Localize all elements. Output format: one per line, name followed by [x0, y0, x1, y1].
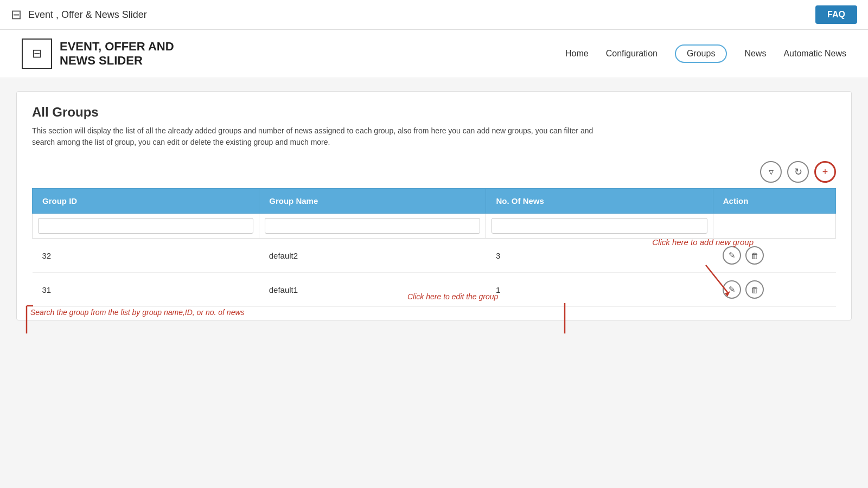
delete-button-row2[interactable]: 🗑 [745, 280, 764, 299]
groups-table: Group ID Group Name No. Of News Action [32, 188, 836, 307]
cell-action: ✎ 🗑 [713, 239, 835, 273]
annotation-search-text: Search the group from the list by group … [30, 308, 245, 317]
nav-groups[interactable]: Groups [675, 44, 727, 63]
toolbar: ▿ ↻ + [32, 161, 836, 183]
edit-icon: ✎ [729, 285, 736, 294]
filter-icon: ▿ [769, 166, 774, 178]
logo-text: EVENT, OFFER AND NEWS SLIDER [60, 40, 174, 68]
cell-group-name: default1 [259, 273, 486, 307]
filter-button[interactable]: ▿ [760, 161, 782, 183]
cell-group-name: default2 [259, 239, 486, 273]
logo-area: ⊟ EVENT, OFFER AND NEWS SLIDER [22, 38, 174, 69]
filter-cell-name [259, 214, 486, 239]
trash-icon: 🗑 [751, 251, 759, 260]
edit-button-row2[interactable]: ✎ [723, 280, 741, 299]
filter-input-id[interactable] [38, 218, 253, 234]
trash-icon: 🗑 [751, 285, 759, 294]
nav-automatic-news[interactable]: Automatic News [783, 49, 846, 59]
logo-icon: ⊟ [22, 38, 52, 69]
nav-news[interactable]: News [744, 49, 766, 59]
col-action: Action [713, 189, 835, 214]
cell-no-of-news: 1 [486, 273, 713, 307]
filter-row [33, 214, 836, 239]
app-icon: ⊟ [11, 7, 22, 22]
top-bar: ⊟ Event , Offer & News Slider FAQ [0, 0, 868, 30]
nav-home[interactable]: Home [565, 49, 589, 59]
top-bar-left: ⊟ Event , Offer & News Slider [11, 7, 147, 22]
content-box: All Groups This section will display the… [16, 91, 852, 320]
col-group-id: Group ID [33, 189, 259, 214]
filter-input-name[interactable] [265, 218, 480, 234]
edit-icon: ✎ [729, 251, 736, 260]
annotation-search: Search the group from the list by group … [30, 307, 245, 318]
refresh-icon: ↻ [794, 166, 802, 178]
table-header-row: Group ID Group Name No. Of News Action [33, 189, 836, 214]
cell-no-of-news: 3 [486, 239, 713, 273]
add-group-button[interactable]: + [814, 161, 836, 183]
filter-cell-id [33, 214, 259, 239]
table-row: 31 default1 1 ✎ 🗑 [33, 273, 836, 307]
annotation-edit: Click here to edit the group [407, 292, 498, 301]
main-content: All Groups This section will display the… [0, 78, 868, 333]
header: ⊟ EVENT, OFFER AND NEWS SLIDER Home Conf… [0, 30, 868, 78]
filter-cell-news [486, 214, 713, 239]
action-buttons: ✎ 🗑 [723, 280, 826, 299]
cell-action: ✎ 🗑 [713, 273, 835, 307]
section-title: All Groups [32, 105, 836, 120]
cell-group-id: 31 [33, 273, 259, 307]
action-buttons: ✎ 🗑 [723, 246, 826, 265]
filter-cell-action [713, 214, 835, 239]
refresh-button[interactable]: ↻ [787, 161, 809, 183]
col-group-name: Group Name [259, 189, 486, 214]
nav-configuration[interactable]: Configuration [606, 49, 658, 59]
edit-button-row1[interactable]: ✎ [723, 246, 741, 265]
main-nav: Home Configuration Groups News Automatic… [565, 44, 846, 63]
delete-button-row1[interactable]: 🗑 [745, 246, 764, 265]
table-wrap: Group ID Group Name No. Of News Action [32, 188, 836, 307]
cell-group-id: 32 [33, 239, 259, 273]
annotation-edit-text: Click here to edit the group [407, 292, 498, 301]
add-icon: + [822, 166, 828, 178]
app-title: Event , Offer & News Slider [28, 9, 147, 21]
section-description: This section will display the list of al… [32, 125, 602, 148]
filter-input-news[interactable] [492, 218, 707, 234]
logo-line1: EVENT, OFFER AND [60, 40, 174, 54]
logo-line2: NEWS SLIDER [60, 54, 174, 68]
table-row: 32 default2 3 ✎ 🗑 [33, 239, 836, 273]
faq-button[interactable]: FAQ [815, 5, 857, 24]
col-no-of-news: No. Of News [486, 189, 713, 214]
